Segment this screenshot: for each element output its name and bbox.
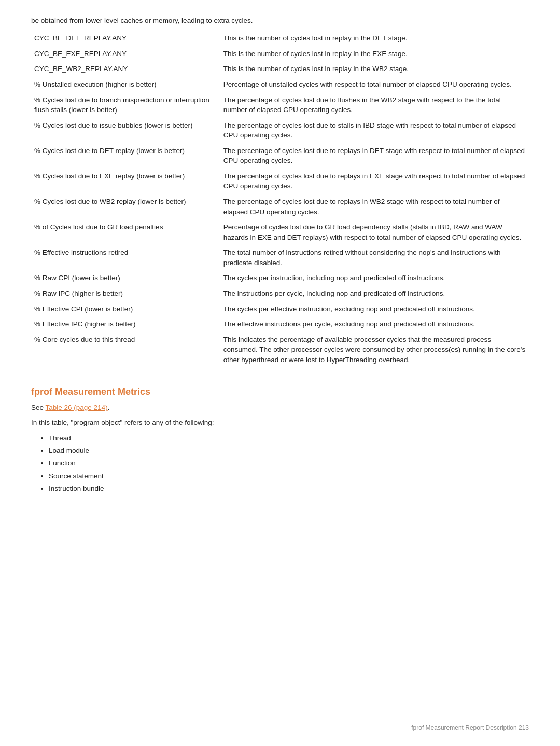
program-object-list: ThreadLoad moduleFunctionSource statemen… bbox=[49, 433, 529, 494]
see-label: See bbox=[31, 404, 46, 411]
definition-cell: The percentage of cycles lost due to flu… bbox=[220, 93, 529, 118]
table-row: % Effective instructions retiredThe tota… bbox=[31, 245, 529, 271]
definition-cell: This is the number of cycles lost in rep… bbox=[220, 62, 529, 77]
table-row: % Cycles lost due to WB2 replay (lower i… bbox=[31, 195, 529, 220]
term-cell: % Cycles lost due to DET replay (lower i… bbox=[31, 144, 220, 169]
table-row: CYC_BE_DET_REPLAY.ANYThis is the number … bbox=[31, 31, 529, 47]
definition-cell: This indicates the percentage of availab… bbox=[220, 333, 529, 368]
see-after: . bbox=[108, 404, 110, 411]
term-cell: % Raw IPC (higher is better) bbox=[31, 286, 220, 302]
definition-cell: The percentage of cycles lost due to rep… bbox=[220, 195, 529, 220]
term-cell: % Core cycles due to this thread bbox=[31, 333, 220, 368]
list-item: Thread bbox=[49, 433, 529, 444]
definition-cell: The percentage of cycles lost due to rep… bbox=[220, 144, 529, 169]
definition-cell: The cycles per effective instruction, ex… bbox=[220, 302, 529, 317]
table-row: % of Cycles lost due to GR load penaltie… bbox=[31, 220, 529, 245]
definition-cell: The effective instructions per cycle, ex… bbox=[220, 317, 529, 333]
see-table-line: See Table 26 (page 214). bbox=[31, 403, 529, 413]
definition-cell: The total number of instructions retired… bbox=[220, 245, 529, 271]
table-row: % Cycles lost due to issue bubbles (lowe… bbox=[31, 118, 529, 144]
definition-cell: Percentage of cycles lost due to GR load… bbox=[220, 220, 529, 245]
table-row: % Effective IPC (higher is better)The ef… bbox=[31, 317, 529, 333]
term-cell: % Cycles lost due to branch mispredictio… bbox=[31, 93, 220, 118]
term-cell: CYC_BE_WB2_REPLAY.ANY bbox=[31, 62, 220, 77]
definition-cell: This is the number of cycles lost in rep… bbox=[220, 31, 529, 47]
table-row: % Core cycles due to this threadThis ind… bbox=[31, 333, 529, 368]
definition-cell: This is the number of cycles lost in rep… bbox=[220, 47, 529, 62]
term-cell: % Unstalled execution (higher is better) bbox=[31, 77, 220, 93]
term-cell: % Effective IPC (higher is better) bbox=[31, 317, 220, 333]
intro-text: be obtained from lower level caches or m… bbox=[31, 16, 529, 26]
term-cell: % of Cycles lost due to GR load penaltie… bbox=[31, 220, 220, 245]
term-cell: % Cycles lost due to WB2 replay (lower i… bbox=[31, 195, 220, 220]
section-title: fprof Measurement Metrics bbox=[31, 386, 529, 397]
definition-cell: The instructions per cycle, including no… bbox=[220, 286, 529, 302]
list-item: Load module bbox=[49, 446, 529, 456]
term-cell: % Cycles lost due to issue bubbles (lowe… bbox=[31, 118, 220, 144]
list-item: Instruction bundle bbox=[49, 483, 529, 494]
table-row: % Raw CPI (lower is better)The cycles pe… bbox=[31, 271, 529, 286]
term-cell: % Effective instructions retired bbox=[31, 245, 220, 271]
table-row: % Unstalled execution (higher is better)… bbox=[31, 77, 529, 93]
term-cell: CYC_BE_EXE_REPLAY.ANY bbox=[31, 47, 220, 62]
table-row: % Effective CPI (lower is better)The cyc… bbox=[31, 302, 529, 317]
program-object-intro: In this table, "program object" refers t… bbox=[31, 418, 529, 428]
definition-cell: The percentage of cycles lost due to sta… bbox=[220, 118, 529, 144]
table-row: % Cycles lost due to branch mispredictio… bbox=[31, 93, 529, 118]
term-cell: % Raw CPI (lower is better) bbox=[31, 271, 220, 286]
term-cell: % Cycles lost due to EXE replay (lower i… bbox=[31, 169, 220, 195]
definition-cell: The cycles per instruction, including no… bbox=[220, 271, 529, 286]
table-link[interactable]: Table 26 (page 214) bbox=[46, 404, 108, 411]
definition-cell: The percentage of cycles lost due to rep… bbox=[220, 169, 529, 195]
term-cell: CYC_BE_DET_REPLAY.ANY bbox=[31, 31, 220, 47]
table-row: CYC_BE_EXE_REPLAY.ANYThis is the number … bbox=[31, 47, 529, 62]
table-row: % Cycles lost due to EXE replay (lower i… bbox=[31, 169, 529, 195]
metrics-table: CYC_BE_DET_REPLAY.ANYThis is the number … bbox=[31, 31, 529, 368]
definition-cell: Percentage of unstalled cycles with resp… bbox=[220, 77, 529, 93]
table-row: % Cycles lost due to DET replay (lower i… bbox=[31, 144, 529, 169]
table-row: CYC_BE_WB2_REPLAY.ANYThis is the number … bbox=[31, 62, 529, 77]
table-row: % Raw IPC (higher is better)The instruct… bbox=[31, 286, 529, 302]
list-item: Function bbox=[49, 458, 529, 468]
page-footer: fprof Measurement Report Description 213 bbox=[411, 724, 529, 731]
list-item: Source statement bbox=[49, 471, 529, 481]
term-cell: % Effective CPI (lower is better) bbox=[31, 302, 220, 317]
